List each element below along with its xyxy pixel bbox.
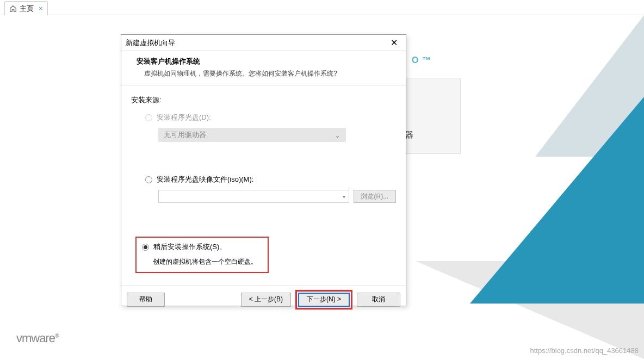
tab-bar: 主页 × <box>0 0 644 15</box>
cancel-button[interactable]: 取消 <box>357 293 400 307</box>
dialog-titlebar: 新建虚拟机向导 ✕ <box>121 35 406 51</box>
dialog-heading: 安装客户机操作系统 <box>137 57 395 66</box>
dialog-body: 安装来源: 安装程序光盘(D): 无可用驱动器 ⌄ 安装程序光盘映像文件(iso… <box>121 85 406 286</box>
radio-option-iso[interactable]: 安装程序光盘映像文件(iso)(M): <box>145 175 396 184</box>
radio-label: 稍后安装操作系统(S)。 <box>153 242 226 252</box>
close-icon[interactable]: ✕ <box>386 37 401 49</box>
chevron-down-icon: ▾ <box>343 194 345 200</box>
tab-label: 主页 <box>20 4 34 14</box>
tab-home[interactable]: 主页 × <box>4 1 48 15</box>
bg-triangle <box>470 97 644 304</box>
dialog-footer: 帮助 < 上一步(B) 下一步(N) > 取消 <box>121 286 406 313</box>
radio-icon <box>142 244 149 251</box>
radio-option-disc: 安装程序光盘(D): <box>145 113 396 122</box>
home-icon <box>9 5 17 13</box>
highlight-next: 下一步(N) > <box>295 290 352 310</box>
radio-option-later[interactable]: 稍后安装操作系统(S)。 <box>142 242 262 252</box>
radio-icon <box>145 176 152 183</box>
watermark: https://blog.csdn.net/qq_43661488 <box>530 346 639 355</box>
vmware-logo: vmware® <box>16 331 58 345</box>
radio-label: 安装程序光盘映像文件(iso)(M): <box>157 175 253 184</box>
main-area: O ™ 连接远程服务器 vmware® https://blog.csdn.ne… <box>0 15 644 359</box>
help-button[interactable]: 帮助 <box>127 293 165 307</box>
pro-badge: O ™ <box>412 55 431 65</box>
wizard-dialog: 新建虚拟机向导 ✕ 安装客户机操作系统 虚拟机如同物理机，需要操作系统。您将如何… <box>121 34 406 306</box>
radio-icon <box>145 114 152 121</box>
browse-button: 浏览(R)... <box>354 190 396 203</box>
close-icon[interactable]: × <box>39 4 43 13</box>
highlight-later-option: 稍后安装操作系统(S)。 创建的虚拟机将包含一个空白硬盘。 <box>135 237 269 273</box>
chevron-down-icon: ⌄ <box>335 131 340 139</box>
iso-path-input[interactable]: ▾ <box>158 190 349 203</box>
option-description: 创建的虚拟机将包含一个空白硬盘。 <box>153 257 262 267</box>
source-label: 安装来源: <box>131 95 396 105</box>
next-button[interactable]: 下一步(N) > <box>298 293 350 307</box>
dialog-title: 新建虚拟机向导 <box>126 38 386 48</box>
dialog-subheading: 虚拟机如同物理机，需要操作系统。您将如何安装客户机操作系统? <box>144 69 395 78</box>
back-button[interactable]: < 上一步(B) <box>241 293 291 307</box>
dialog-header: 安装客户机操作系统 虚拟机如同物理机，需要操作系统。您将如何安装客户机操作系统? <box>121 51 406 85</box>
radio-label: 安装程序光盘(D): <box>157 113 211 122</box>
disc-dropdown: 无可用驱动器 ⌄ <box>158 128 346 142</box>
